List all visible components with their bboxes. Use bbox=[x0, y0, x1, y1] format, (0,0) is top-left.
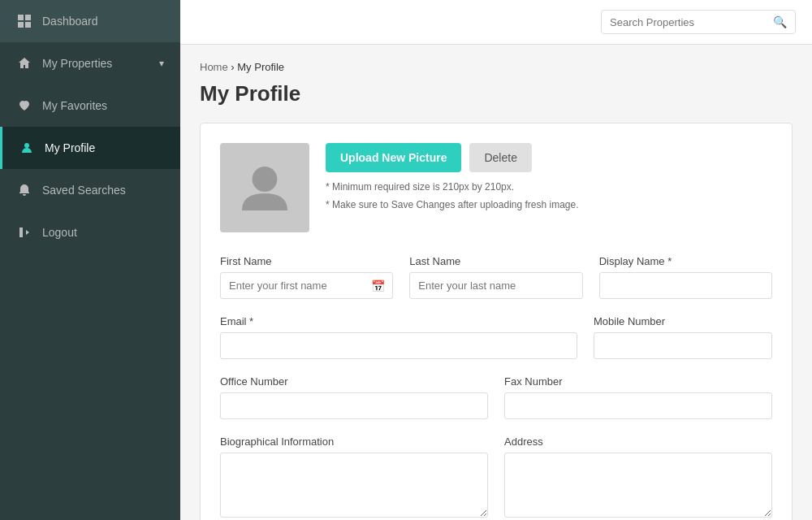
profile-card: Upload New Picture Delete * Minimum requ… bbox=[200, 123, 793, 520]
avatar-placeholder-icon bbox=[236, 159, 293, 216]
display-name-label: Display Name * bbox=[599, 255, 772, 267]
sidebar-item-label: My Properties bbox=[42, 57, 112, 70]
first-name-input[interactable] bbox=[220, 272, 393, 299]
heart-icon bbox=[16, 98, 32, 114]
svg-rect-0 bbox=[18, 15, 24, 20]
svg-rect-3 bbox=[25, 22, 31, 28]
email-label: Email * bbox=[220, 315, 577, 327]
search-input[interactable] bbox=[610, 16, 773, 28]
sidebar-item-saved-searches[interactable]: Saved Searches bbox=[0, 169, 180, 211]
breadcrumb-current: My Profile bbox=[237, 61, 284, 73]
address-label: Address bbox=[504, 436, 772, 448]
bio-group: Biographical Information bbox=[220, 436, 488, 518]
office-group: Office Number bbox=[220, 375, 488, 419]
main-content: 🔍 Home › My Profile My Profile bbox=[180, 0, 812, 520]
upload-picture-button[interactable]: Upload New Picture bbox=[326, 143, 461, 172]
last-name-input[interactable] bbox=[409, 272, 582, 299]
mobile-input[interactable] bbox=[594, 332, 772, 359]
sidebar-item-my-properties[interactable]: My Properties ▾ bbox=[0, 42, 180, 84]
avatar-section: Upload New Picture Delete * Minimum requ… bbox=[220, 143, 772, 232]
page-content: Home › My Profile My Profile Upload New … bbox=[180, 45, 812, 520]
sidebar-item-my-favorites[interactable]: My Favorites bbox=[0, 84, 180, 127]
page-title: My Profile bbox=[200, 81, 793, 106]
office-input[interactable] bbox=[220, 392, 488, 419]
svg-point-4 bbox=[24, 143, 29, 148]
user-icon bbox=[19, 140, 35, 156]
svg-rect-1 bbox=[25, 15, 31, 20]
first-name-label: First Name bbox=[220, 255, 393, 267]
form-row-office: Office Number Fax Number bbox=[220, 375, 772, 419]
breadcrumb-home[interactable]: Home bbox=[200, 61, 228, 73]
first-name-group: First Name 📅 bbox=[220, 255, 393, 299]
last-name-label: Last Name bbox=[409, 255, 582, 267]
search-box[interactable]: 🔍 bbox=[601, 10, 796, 34]
bio-textarea[interactable] bbox=[220, 453, 488, 518]
sidebar-item-logout[interactable]: Logout bbox=[0, 211, 180, 254]
sidebar: Dashboard My Properties ▾ My Favorites M… bbox=[0, 0, 180, 520]
display-name-group: Display Name * admin bbox=[599, 255, 772, 299]
address-group: Address bbox=[504, 436, 772, 518]
sidebar-item-my-profile[interactable]: My Profile bbox=[0, 127, 180, 169]
search-icon: 🔍 bbox=[773, 15, 787, 28]
fax-group: Fax Number bbox=[504, 375, 772, 419]
dashboard-icon bbox=[16, 13, 32, 29]
bio-label: Biographical Information bbox=[220, 436, 488, 448]
sidebar-item-label: Logout bbox=[42, 226, 77, 239]
email-group: Email * dev-email@flywheel.local bbox=[220, 315, 577, 359]
home-icon bbox=[16, 55, 32, 72]
header: 🔍 bbox=[180, 0, 812, 45]
breadcrumb: Home › My Profile bbox=[200, 61, 793, 73]
avatar-actions: Upload New Picture Delete * Minimum requ… bbox=[326, 143, 579, 214]
chevron-down-icon: ▾ bbox=[159, 58, 164, 69]
logout-icon bbox=[16, 224, 32, 240]
mobile-group: Mobile Number bbox=[594, 315, 772, 359]
avatar bbox=[220, 143, 309, 232]
fax-label: Fax Number bbox=[504, 375, 772, 388]
form-row-contact: Email * dev-email@flywheel.local Mobile … bbox=[220, 315, 772, 359]
mobile-label: Mobile Number bbox=[594, 315, 772, 327]
display-name-input[interactable]: admin bbox=[599, 272, 772, 299]
sidebar-item-dashboard[interactable]: Dashboard bbox=[0, 0, 180, 42]
sidebar-item-label: Saved Searches bbox=[42, 184, 126, 197]
avatar-hint: * Minimum required size is 210px by 210p… bbox=[326, 179, 579, 214]
last-name-group: Last Name bbox=[409, 255, 582, 299]
form-row-bio: Biographical Information Address bbox=[220, 436, 772, 518]
delete-picture-button[interactable]: Delete bbox=[469, 143, 531, 172]
email-input[interactable]: dev-email@flywheel.local bbox=[220, 332, 577, 359]
svg-point-5 bbox=[253, 167, 278, 192]
svg-rect-2 bbox=[18, 22, 24, 28]
calendar-icon: 📅 bbox=[371, 280, 385, 292]
first-name-input-wrapper: 📅 bbox=[220, 272, 393, 299]
office-label: Office Number bbox=[220, 375, 488, 388]
fax-input[interactable] bbox=[504, 392, 772, 419]
address-textarea[interactable] bbox=[504, 453, 772, 518]
avatar-buttons: Upload New Picture Delete bbox=[326, 143, 579, 172]
sidebar-item-label: My Profile bbox=[45, 141, 95, 154]
sidebar-item-label: Dashboard bbox=[42, 15, 98, 28]
form-row-name: First Name 📅 Last Name Display Name * ad… bbox=[220, 255, 772, 299]
sidebar-item-label: My Favorites bbox=[42, 99, 107, 112]
bell-icon bbox=[16, 182, 32, 198]
